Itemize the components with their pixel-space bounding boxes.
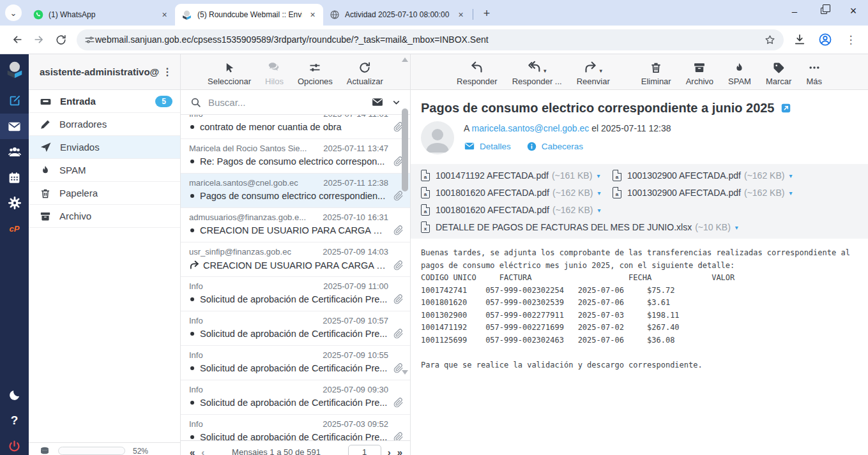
settings-button[interactable] [0, 190, 29, 216]
refresh-button[interactable]: Actualizar [347, 60, 383, 89]
dark-mode-button[interactable] [0, 382, 29, 408]
tab-close-button[interactable]: × [455, 10, 466, 20]
folder-enviados[interactable]: Enviados [29, 136, 180, 159]
attachment-menu-caret-icon[interactable]: ▾ [597, 172, 600, 179]
prev-page-button[interactable]: ‹ [201, 447, 204, 455]
attachment-item[interactable]: a 1001471192 AFECTADA.pdf (~161 KB) ▾ [421, 170, 613, 181]
folder-spam[interactable]: SPAM [29, 159, 180, 182]
tab-close-button[interactable]: × [307, 10, 318, 20]
tab-title: (1) WhatsApp [49, 10, 154, 19]
mail-nav-button[interactable] [0, 114, 29, 139]
message-list-item[interactable]: Info 2025-07-09 09:30 Solicitud de aprob… [181, 380, 410, 415]
more-button[interactable]: Más [806, 60, 822, 89]
message-list-item[interactable]: Maricela del Rocio Santos Sie... 2025-07… [181, 139, 410, 174]
reply-all-button[interactable]: ▾ Responder ... [512, 60, 562, 89]
browser-navbar: ⋮ [0, 26, 868, 54]
select-button[interactable]: Seleccionar [208, 60, 251, 89]
folder-label: SPAM [59, 165, 86, 175]
logout-button[interactable] [0, 433, 29, 455]
scroll-up-arrow-icon[interactable] [402, 57, 408, 62]
spam-button[interactable]: SPAM [728, 60, 751, 89]
options-button[interactable]: Opciones [298, 60, 333, 89]
bookmark-star-icon[interactable] [764, 34, 776, 46]
unread-dot-icon [190, 297, 194, 301]
dropdown-caret-icon[interactable]: ▾ [599, 68, 602, 74]
folder-archivo[interactable]: Archivo [29, 205, 180, 228]
mark-button[interactable]: Marcar [766, 60, 791, 89]
reply-button[interactable]: Responder [457, 60, 498, 89]
message-list-item[interactable]: Info 2025-07-14 11:01 contrato de menor … [181, 115, 410, 139]
contacts-button[interactable] [0, 139, 29, 165]
attachment-item[interactable]: a 1001801620 AFECTADA.pdf (~162 KB) ▾ [421, 187, 613, 198]
downloads-button[interactable] [789, 29, 811, 50]
recipient-line: A maricela.santos@cnel.gob.ec el 2025-07… [464, 123, 671, 133]
close-window-button[interactable]: × [839, 0, 868, 22]
attachment-item[interactable]: a 1001801620 AFECTADA.pdf (~162 KB) ▾ [421, 204, 613, 216]
page-number-input[interactable]: 1 [348, 445, 381, 455]
tab-roundcube[interactable]: (5) Roundcube Webmail :: Envia × [175, 4, 323, 26]
reply-icon [470, 61, 483, 74]
tab-actividad[interactable]: Actividad 2025-07-10 08:00:00 × [323, 4, 471, 26]
tab-whatsapp[interactable]: (1) WhatsApp × [27, 4, 175, 26]
message-date: 2025-07-09 10:57 [323, 316, 388, 325]
attachment-item[interactable]: a 1001302900 AFECTADA.pdf (~162 KB) ▾ [613, 170, 804, 181]
address-bar[interactable] [77, 29, 784, 50]
threads-button[interactable]: Hilos [265, 60, 284, 89]
details-toggle[interactable]: Detalles [464, 140, 511, 152]
attachment-item[interactable]: a 1001302900 AFECTADA.pdf (~162 KB) ▾ [613, 187, 804, 198]
open-in-new-window-icon[interactable] [780, 103, 791, 114]
message-subject: contrato de menor cuantia de obra [200, 122, 388, 132]
folder-papelera[interactable]: Papelera [29, 182, 180, 205]
scrollbar-thumb[interactable] [402, 108, 408, 191]
message-list-item[interactable]: Info 2025-07-09 10:57 Solicitud de aprob… [181, 311, 410, 346]
tab-search-button[interactable]: ⌄ [5, 4, 22, 21]
account-menu-button[interactable]: ⋮ [160, 66, 175, 78]
attachment-item[interactable]: x DETALLE DE PAGOS DE FACTURAS DEL MES D… [421, 221, 738, 233]
calendar-button[interactable] [0, 165, 29, 190]
tab-close-button[interactable]: × [159, 10, 170, 20]
attachment-menu-caret-icon[interactable]: ▾ [597, 190, 600, 197]
first-page-button[interactable]: « [190, 447, 195, 455]
folder-entrada[interactable]: Entrada 5 [29, 90, 180, 113]
reload-button[interactable] [50, 29, 72, 50]
message-list-item[interactable]: Info 2025-07-09 10:55 Solicitud de aprob… [181, 346, 410, 380]
folder-borradores[interactable]: Borradores [29, 113, 180, 136]
compose-button[interactable] [0, 88, 29, 114]
forward-button[interactable]: ▾ Reenviar [577, 60, 610, 89]
cpanel-button[interactable]: cP [0, 216, 29, 241]
attachment-menu-caret-icon[interactable]: ▾ [789, 190, 792, 197]
archive-button[interactable]: Archivo [686, 60, 713, 89]
paperclip-icon [393, 398, 404, 408]
help-button[interactable]: ? [0, 408, 29, 433]
message-date: 2025-07-09 11:00 [323, 281, 388, 291]
headers-toggle[interactable]: Cabeceras [526, 140, 583, 152]
last-page-button[interactable]: » [397, 447, 402, 455]
message-list-item[interactable]: usr_sinfip@finanzas.gob.ec 2025-07-09 14… [181, 242, 410, 277]
next-page-button[interactable]: › [388, 447, 391, 455]
message-list-item[interactable]: admusuarios@finanzas.gob.e... 2025-07-10… [181, 208, 410, 242]
attachment-menu-caret-icon[interactable]: ▾ [597, 207, 600, 214]
message-list-item[interactable]: maricela.santos@cnel.gob.ec 2025-07-11 1… [181, 174, 410, 208]
back-button[interactable] [6, 29, 28, 50]
message-body-container: Buenas tardes, se adjunta los comprobant… [411, 239, 868, 371]
browser-menu-button[interactable]: ⋮ [840, 29, 862, 50]
url-input[interactable] [95, 34, 764, 45]
attachment-menu-caret-icon[interactable]: ▾ [789, 172, 792, 179]
minimize-button[interactable]: – [780, 0, 809, 22]
search-scope[interactable] [371, 96, 400, 108]
restore-button[interactable] [809, 0, 839, 22]
search-input[interactable] [208, 97, 371, 108]
new-tab-button[interactable]: + [478, 5, 495, 22]
profile-button[interactable] [814, 29, 836, 50]
forward-button[interactable] [28, 29, 50, 50]
list-scrollbar[interactable] [400, 54, 409, 380]
message-list-item[interactable]: Info 2025-07-03 09:52 Solicitud de aprob… [181, 415, 410, 440]
scroll-down-arrow-icon[interactable] [402, 370, 408, 375]
attachment-menu-caret-icon[interactable]: ▾ [735, 224, 738, 231]
recipient-address-link[interactable]: maricela.santos@cnel.gob.ec [471, 123, 589, 133]
message-list-item[interactable]: Info 2025-07-09 11:00 Solicitud de aprob… [181, 277, 410, 311]
archive-icon [40, 211, 51, 222]
dropdown-caret-icon[interactable]: ▾ [544, 68, 547, 74]
delete-button[interactable]: Eliminar [641, 60, 671, 89]
send-icon [40, 141, 52, 153]
